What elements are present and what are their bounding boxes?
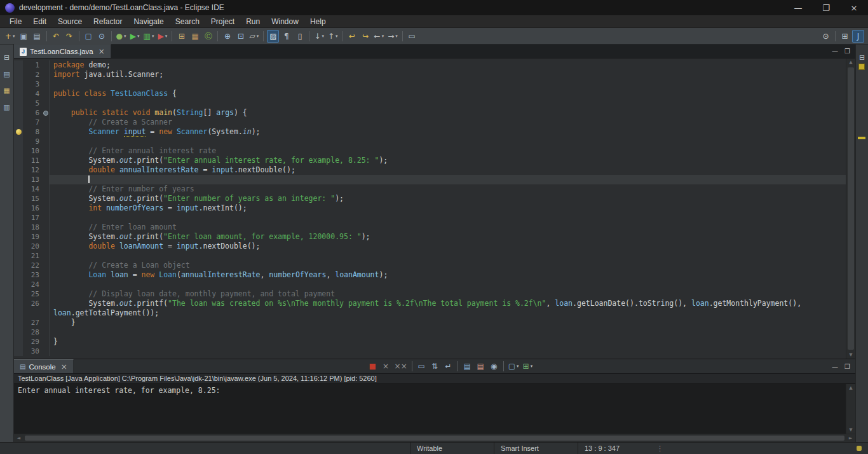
code-line-text[interactable] (50, 280, 846, 289)
redo-icon[interactable]: ↷ (64, 30, 76, 43)
minimize-console-icon[interactable]: — (832, 363, 838, 370)
quickfix-warning-icon[interactable] (14, 127, 23, 137)
notifications-icon[interactable] (857, 446, 862, 451)
remove-launch-icon[interactable]: × (380, 360, 392, 373)
code-line-text[interactable]: import java.util.Scanner; (50, 70, 846, 79)
maximize-window-button[interactable]: ❐ (812, 0, 840, 15)
close-window-button[interactable]: × (840, 0, 868, 15)
code-line[interactable]: 25 // Display loan date, monthly payment… (14, 289, 846, 299)
dropdown-arrow-icon[interactable]: ▾ (165, 34, 168, 38)
next-edit-location-icon[interactable]: ↪ (360, 30, 372, 43)
block-selection-icon[interactable]: ▯ (294, 30, 306, 43)
scrollbar-thumb[interactable] (25, 436, 844, 441)
minimize-window-button[interactable]: — (784, 0, 812, 15)
code-line-text[interactable]: // Enter annual interest rate (50, 146, 846, 156)
dropdown-arrow-icon[interactable]: ▾ (257, 34, 259, 38)
tab-testloanclass[interactable]: J TestLoanClass.java × (14, 45, 111, 58)
code-line-text[interactable]: // Display loan date, monthly payment, a… (50, 289, 846, 299)
dropdown-arrow-icon[interactable]: ▾ (13, 34, 15, 38)
console-output[interactable]: Enter annual interest rate, for example,… (14, 384, 846, 434)
dropdown-arrow-icon[interactable]: ▾ (137, 34, 140, 38)
word-wrap-icon[interactable]: ↵ (442, 360, 454, 373)
package-explorer-icon[interactable]: ▦ (2, 85, 12, 95)
code-line[interactable]: 18 // Enter loan amount (14, 223, 846, 232)
code-line[interactable]: 28 (14, 327, 846, 337)
console-vertical-scrollbar[interactable]: ▲ ▼ (846, 384, 855, 434)
remove-all-terminated-icon[interactable]: ×× (393, 360, 409, 373)
code-line[interactable]: 3 (14, 79, 846, 89)
restore-views-icon[interactable]: ⊟ (2, 52, 12, 62)
code-line-text[interactable]: public static void main(String[] args) { (50, 108, 846, 118)
code-line[interactable]: 11 System.out.print("Enter annual intere… (14, 156, 846, 165)
code-line-text[interactable]: // Create a Loan object (50, 261, 846, 270)
scrollbar-thumb[interactable] (848, 67, 854, 350)
search-dialog-icon[interactable]: ⊙ (96, 30, 108, 43)
open-resource-icon[interactable]: ⊡ (234, 30, 247, 43)
code-line-text[interactable]: // Create a Scanner (50, 118, 846, 127)
menu-run[interactable]: Run (240, 16, 266, 27)
debug-icon[interactable]: ●▾ (115, 30, 128, 43)
save-all-icon[interactable]: ▤ (31, 30, 43, 43)
code-line[interactable]: 13 (14, 175, 846, 184)
open-task-icon[interactable]: ▢ (83, 30, 95, 43)
scroll-left-arrow-icon[interactable]: ◄ (14, 434, 24, 442)
show-stdout-icon[interactable]: ▤ (461, 360, 473, 373)
code-line-text[interactable] (50, 79, 846, 89)
code-line-text[interactable]: public class TestLoanClass { (50, 89, 846, 99)
console-close-icon[interactable]: × (61, 362, 67, 371)
maximize-console-icon[interactable]: ❐ (844, 363, 850, 370)
code-line-text[interactable]: System.out.printf("The loan was created … (50, 299, 846, 308)
outline-icon[interactable]: ▥ (2, 102, 12, 112)
code-line[interactable]: 19 System.out.print("Enter loan amount, … (14, 232, 846, 242)
code-line[interactable]: 22 // Create a Loan object (14, 261, 846, 270)
code-line[interactable]: 9 (14, 137, 846, 146)
dropdown-arrow-icon[interactable]: ▾ (124, 34, 126, 38)
previous-annotation-icon[interactable]: ↑▾ (327, 30, 339, 43)
code-line-text[interactable] (50, 327, 846, 337)
code-line-text[interactable]: } (50, 318, 846, 327)
code-line-text[interactable]: package demo; (50, 60, 846, 70)
next-annotation-icon[interactable]: ↓▾ (313, 30, 325, 43)
maximize-editor-icon[interactable]: ❐ (844, 48, 850, 55)
display-console-icon[interactable]: ▢▾ (507, 360, 520, 373)
pin-editor-icon[interactable]: ▭ (406, 30, 418, 43)
code-line-text[interactable]: int numberOfYears = input.nextInt(); (50, 203, 846, 213)
scrollbar-track[interactable] (846, 392, 855, 426)
overview-warning-indicator[interactable] (858, 64, 865, 70)
code-line-text[interactable]: Loan loan = new Loan(annualInterestRate,… (50, 270, 846, 280)
code-line[interactable]: 23 Loan loan = new Loan(annualInterestRa… (14, 270, 846, 280)
project-explorer-icon[interactable]: ▤ (2, 69, 12, 79)
open-type-icon[interactable]: ⊕ (221, 30, 233, 43)
show-whitespace-icon[interactable]: ¶ (280, 30, 292, 43)
menu-file[interactable]: File (4, 16, 27, 27)
restore-views-icon[interactable]: ⊟ (857, 52, 867, 62)
menu-help[interactable]: Help (304, 16, 332, 27)
menu-project[interactable]: Project (205, 16, 240, 27)
menu-navigate[interactable]: Navigate (128, 16, 169, 27)
code-line-text[interactable]: Scanner input = new Scanner(System.in); (50, 127, 846, 137)
code-line-text[interactable] (50, 175, 846, 184)
scroll-up-arrow-icon[interactable]: ▲ (846, 384, 855, 392)
scroll-down-arrow-icon[interactable]: ▼ (846, 351, 855, 359)
open-console-icon[interactable]: ⊞▾ (522, 360, 534, 373)
new-package-icon[interactable]: ▦ (189, 30, 201, 43)
code-line-text[interactable]: // Enter number of years (50, 184, 846, 194)
code-line[interactable]: 16 int numberOfYears = input.nextInt(); (14, 203, 846, 213)
code-line-text[interactable] (50, 137, 846, 146)
code-editor[interactable]: 1package demo;2import java.util.Scanner;… (14, 58, 846, 359)
forward-icon[interactable]: →▾ (386, 30, 399, 43)
code-line[interactable]: 30 (14, 347, 846, 356)
run-icon[interactable]: ▶▾ (129, 30, 141, 43)
code-line[interactable]: 21 (14, 251, 846, 261)
code-line[interactable]: loan.getTotalPayment()); (14, 308, 846, 318)
dropdown-arrow-icon[interactable]: ▾ (152, 34, 154, 38)
dropdown-arrow-icon[interactable]: ▾ (382, 34, 384, 38)
scroll-right-arrow-icon[interactable]: ► (846, 434, 855, 442)
code-line-text[interactable]: // Enter loan amount (50, 223, 846, 232)
code-line-text[interactable]: System.out.print("Enter number of years … (50, 194, 846, 203)
code-line[interactable]: 4public class TestLoanClass { (14, 89, 846, 99)
code-line[interactable]: 27 } (14, 318, 846, 327)
console-horizontal-scrollbar[interactable]: ◄ ► (14, 434, 855, 442)
code-line[interactable]: 15 System.out.print("Enter number of yea… (14, 194, 846, 203)
code-line[interactable]: 2import java.util.Scanner; (14, 70, 846, 79)
